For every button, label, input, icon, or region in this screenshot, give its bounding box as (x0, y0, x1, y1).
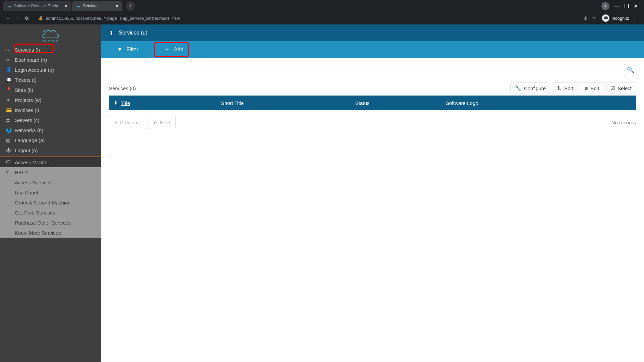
sidebar-help-item[interactable]: Use Panel (0, 187, 101, 197)
sidebar-help-item[interactable]: Get Free Services (0, 207, 101, 218)
sidebar-item[interactable]: 💳Invoices (i) (0, 105, 101, 115)
sidebar-help-item[interactable]: Access Services (0, 177, 101, 187)
pin-icon: 📍 (6, 87, 15, 93)
browser-chrome: ☁ Software Release: Theia × ☁ Services ×… (0, 0, 644, 24)
address-bar[interactable]: 🔒 softinst158355.host.vifib.net/#/?page=… (34, 13, 581, 23)
previous-button[interactable]: ◂ Previous (109, 116, 145, 129)
dashboard-icon: ✲ (6, 57, 15, 62)
tab-inactive[interactable]: ☁ Software Release: Theia × (3, 1, 71, 11)
action-buttons: 🔧 Configure ⇅ Sort ≡ Edit ☑ Select (511, 82, 636, 94)
add-label: Add (174, 47, 183, 53)
sidebar-item[interactable]: ≣Servers (c) (0, 115, 101, 125)
sidebar-item-label: Invoices (i) (15, 107, 39, 113)
list-icon: ≡ (585, 85, 588, 91)
sidebar-item-access-monitor[interactable]: 🖵 Access Monitor (0, 157, 101, 167)
filter-label: Filter (126, 47, 139, 53)
column-title[interactable]: ⬍ Title (109, 100, 216, 106)
account-button[interactable]: ▾ (601, 2, 609, 10)
search-row: 🔍 (109, 64, 636, 76)
lock-icon: 🔒 (38, 16, 43, 20)
select-label: Select (618, 85, 632, 91)
sidebar-item[interactable]: 👤Login Account (p) (0, 65, 101, 75)
new-tab-button[interactable]: + (126, 1, 135, 11)
incognito-badge[interactable]: 🕶 Incognito (600, 14, 631, 22)
sidebar-help-section: ? HELP Access ServicesUse PanelOrder A S… (0, 167, 101, 238)
sidebar-item-label: Sites (k) (15, 87, 33, 93)
previous-label: Previous (120, 120, 140, 125)
address-row: ← → ⟳ 🔒 softinst158355.host.vifib.net/#/… (0, 12, 644, 24)
up-arrow-icon[interactable]: ⬆ (109, 30, 113, 36)
sidebar-item-label: Order A Second Machine (15, 200, 71, 205)
filter-button[interactable]: ▼ Filter (109, 41, 146, 58)
table-head: ⬍ Title Short Title Status Software Logo (109, 96, 636, 110)
configure-button[interactable]: 🔧 Configure (511, 82, 550, 94)
sort-button[interactable]: ⇅ Sort (553, 82, 578, 94)
tab-active[interactable]: ☁ Services × (72, 1, 122, 11)
sort-icon: ⇅ (557, 85, 561, 91)
toolbar: ▼ Filter ＋ Add (101, 41, 644, 58)
url-text: softinst158355.host.vifib.net/#/?page=sl… (46, 16, 180, 21)
sidebar-item[interactable]: ⌂Services (l) (0, 45, 101, 55)
sidebar-item-label: Language (a) (15, 137, 45, 143)
close-icon[interactable]: × (65, 3, 67, 9)
sidebar-item-label: Tickets (t) (15, 77, 37, 83)
close-window-icon[interactable]: ✕ (634, 3, 638, 9)
sidebar-item[interactable]: ✲Dashboard (h) (0, 55, 101, 65)
column-short-title[interactable]: Short Title (216, 100, 351, 106)
sidebar-item[interactable]: 📍Sites (k) (0, 85, 101, 95)
column-status[interactable]: Status (351, 100, 441, 106)
sidebar-item-label: Purchase Other Services (15, 220, 71, 226)
close-icon[interactable]: × (116, 3, 118, 9)
column-software-logo[interactable]: Software Logo (441, 100, 636, 106)
sidebar-item[interactable]: 💬Tickets (t) (0, 75, 101, 85)
add-button[interactable]: ＋ Add (156, 41, 191, 58)
chevron-down-icon: ▾ (604, 4, 606, 8)
maximize-icon[interactable]: ❐ (624, 3, 629, 9)
sidebar-help-item[interactable]: Purchase Other Services (0, 218, 101, 228)
app: SLAPOS ⌂Services (l)✲Dashboard (h)👤Login… (0, 24, 644, 362)
forward-button[interactable]: → (13, 13, 22, 23)
search-icon[interactable]: 🔍 (625, 66, 636, 74)
content-body: 🔍 Services (0) 🔧 Configure ⇅ Sort ≡ Edi (101, 58, 644, 135)
chevron-left-icon: ◂ (115, 119, 117, 125)
logo[interactable]: SLAPOS (0, 24, 101, 45)
cloud-icon: ☁ (76, 4, 80, 8)
sidebar: SLAPOS ⌂Services (l)✲Dashboard (h)👤Login… (0, 24, 101, 362)
sidebar-item-label: Login Account (p) (15, 67, 54, 73)
minimize-icon[interactable]: — (614, 3, 620, 9)
check-icon: ☑ (610, 85, 615, 91)
sidebar-item[interactable]: ▤Language (a) (0, 135, 101, 145)
reload-button[interactable]: ⟳ (22, 13, 32, 23)
monitor-icon: 🖵 (6, 160, 15, 165)
search-input[interactable] (109, 64, 625, 76)
sidebar-item-label: HELP (15, 170, 28, 175)
sidebar-item[interactable]: 🌐Networks (n) (0, 125, 101, 135)
sidebar-item-label: Access Services (15, 180, 52, 185)
edit-label: Edit (590, 85, 599, 91)
configure-label: Configure (524, 85, 546, 91)
bookmark-star-icon[interactable]: ☆ (592, 15, 596, 21)
page-header: ⬆ Services (u) (101, 24, 644, 41)
sidebar-item[interactable]: ⚛Projects (w) (0, 95, 101, 105)
breadcrumb[interactable]: Services (u) (119, 30, 147, 36)
back-button[interactable]: ← (3, 13, 13, 23)
tab-title: Services (83, 4, 98, 8)
sidebar-help-list: Access ServicesUse PanelOrder A Second M… (0, 177, 101, 238)
incognito-label: Incognito (611, 16, 629, 21)
next-button[interactable]: ▸ Next (149, 116, 176, 129)
sidebar-item[interactable]: ⏻Logout (o) (0, 145, 101, 155)
list-header-row: Services (0) 🔧 Configure ⇅ Sort ≡ Edit (109, 82, 636, 94)
browser-menu-button[interactable]: ⋮ (631, 13, 641, 23)
sidebar-help-item[interactable]: Order A Second Machine (0, 197, 101, 207)
chevron-right-icon: ▸ (154, 119, 157, 125)
edit-button[interactable]: ≡ Edit (581, 82, 604, 94)
zoom-icon[interactable]: ⊕ (583, 15, 588, 21)
sort-asc-icon: ⬍ (114, 100, 118, 106)
select-button[interactable]: ☑ Select (606, 82, 636, 94)
sort-label: Sort (564, 85, 574, 91)
sidebar-item-label: Logout (o) (15, 147, 38, 153)
sidebar-help-item[interactable]: Know More Services (0, 228, 101, 238)
column-title-label: Title (121, 100, 130, 106)
filter-icon: ▼ (117, 47, 122, 53)
question-icon: ? (6, 170, 15, 175)
